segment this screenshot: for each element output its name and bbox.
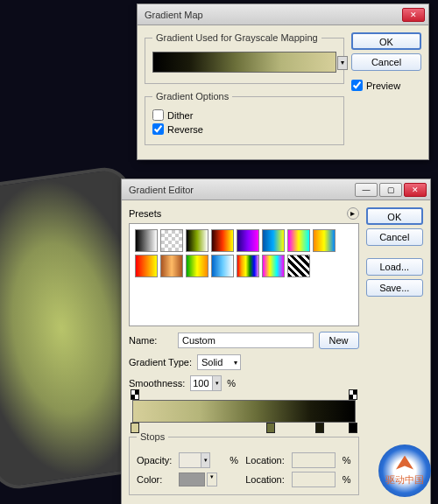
chevron-down-icon[interactable]: ▾ — [213, 375, 222, 391]
preset-swatch-5[interactable] — [262, 229, 285, 252]
name-input[interactable] — [178, 332, 314, 348]
minimize-icon[interactable]: ― — [355, 183, 378, 197]
ok-button[interactable]: OK — [366, 207, 423, 225]
percent-label: % — [227, 378, 236, 388]
preset-swatch-10[interactable] — [186, 255, 208, 277]
color-stop-1[interactable] — [131, 423, 139, 433]
load-button[interactable]: Load... — [366, 258, 423, 276]
gradient-picker-arrow[interactable]: ▾ — [337, 56, 348, 70]
color-stop-2[interactable] — [266, 423, 275, 433]
reverse-label: Reverse — [167, 124, 203, 135]
gradient-type-select[interactable]: Solid — [197, 354, 241, 370]
preset-swatch-6[interactable] — [287, 229, 310, 252]
color-label: Color: — [137, 474, 172, 485]
preset-swatch-3[interactable] — [211, 229, 234, 252]
presets-box[interactable] — [129, 223, 359, 326]
opacity-stepper: ▾ — [179, 452, 210, 468]
grayscale-mapping-group: Gradient Used for Grayscale Mapping ▾ — [145, 32, 344, 84]
gradient-edit-strip[interactable] — [132, 400, 356, 423]
color-well — [179, 472, 205, 486]
gradient-options-group: Gradient Options Dither Reverse — [145, 91, 344, 145]
preset-swatch-13[interactable] — [262, 255, 285, 277]
opacity-stop-right[interactable] — [349, 389, 357, 400]
maximize-icon[interactable]: ▢ — [379, 183, 402, 197]
name-label: Name: — [129, 335, 173, 346]
preset-swatch-9[interactable] — [160, 255, 183, 277]
stops-group: Stops Opacity: ▾ % Location: % Color: ▾ … — [129, 431, 359, 495]
preset-swatch-11[interactable] — [211, 255, 234, 277]
gradient-options-legend: Gradient Options — [152, 91, 232, 102]
preset-swatch-12[interactable] — [237, 255, 259, 277]
cancel-button[interactable]: Cancel — [351, 53, 421, 71]
cancel-button[interactable]: Cancel — [366, 228, 423, 246]
new-button[interactable]: New — [319, 332, 359, 349]
presets-label: Presets — [129, 208, 161, 219]
chevron-down-icon: ▾ — [207, 472, 217, 486]
preview-checkbox-row[interactable]: Preview — [351, 80, 421, 91]
location-label: Location: — [245, 455, 285, 466]
preset-swatch-14[interactable] — [287, 255, 310, 277]
dither-checkbox[interactable] — [152, 109, 164, 121]
smoothness-stepper[interactable]: ▾ — [190, 375, 222, 391]
gradient-edit-bar[interactable] — [132, 400, 356, 423]
dither-checkbox-row[interactable]: Dither — [152, 109, 336, 121]
gradient-preview-bar[interactable]: ▾ — [152, 52, 336, 73]
opacity-stop-left[interactable] — [131, 389, 139, 400]
percent-label: % — [343, 474, 351, 485]
grayscale-mapping-legend: Gradient Used for Grayscale Mapping — [152, 32, 321, 43]
reverse-checkbox[interactable] — [152, 123, 164, 135]
ok-button[interactable]: OK — [351, 32, 421, 50]
location-label: Location: — [245, 474, 285, 485]
dither-label: Dither — [167, 110, 193, 121]
smoothness-label: Smoothness: — [129, 378, 185, 388]
opacity-location-input — [292, 452, 336, 468]
color-location-input — [292, 472, 336, 487]
preset-swatch-8[interactable] — [135, 255, 158, 277]
opacity-label: Opacity: — [137, 455, 172, 466]
preview-checkbox[interactable] — [351, 80, 363, 91]
percent-label: % — [343, 455, 351, 466]
watermark-text: 驱动中国 — [385, 473, 424, 486]
close-icon[interactable]: ✕ — [402, 8, 425, 22]
reverse-checkbox-row[interactable]: Reverse — [152, 123, 336, 135]
color-stop-3[interactable] — [315, 423, 324, 433]
preset-swatch-0[interactable] — [135, 229, 158, 252]
color-stop-4[interactable] — [349, 423, 357, 433]
gradient-editor-title: Gradient Editor — [125, 185, 353, 195]
gradient-map-titlebar[interactable]: Gradient Map ✕ — [138, 4, 428, 25]
smoothness-input[interactable] — [190, 375, 213, 391]
chevron-down-icon: ▾ — [201, 452, 210, 468]
save-button[interactable]: Save... — [366, 279, 423, 297]
preset-swatch-1[interactable] — [160, 229, 183, 252]
percent-label: % — [230, 455, 238, 466]
stops-legend: Stops — [137, 431, 168, 442]
close-icon[interactable]: ✕ — [404, 183, 427, 197]
preview-label: Preview — [366, 80, 400, 91]
preset-swatch-4[interactable] — [237, 229, 259, 252]
gradient-map-dialog: Gradient Map ✕ Gradient Used for Graysca… — [137, 4, 429, 160]
gradient-editor-titlebar[interactable]: Gradient Editor ― ▢ ✕ — [122, 179, 430, 200]
gradient-type-label: Gradient Type: — [129, 357, 192, 368]
watermark-logo: 驱动中国 — [378, 444, 431, 497]
preset-swatch-7[interactable] — [313, 229, 336, 252]
presets-menu-icon[interactable]: ▸ — [347, 207, 359, 220]
preset-swatch-2[interactable] — [186, 229, 208, 252]
gradient-map-title: Gradient Map — [141, 10, 400, 20]
